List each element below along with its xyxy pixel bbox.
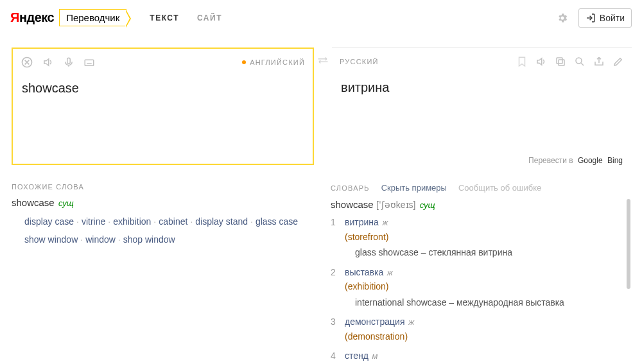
tab-text[interactable]: ТЕКСТ [150, 13, 179, 22]
translation-link[interactable]: стенд [345, 351, 369, 361]
source-lang-label: АНГЛИЙСКИЙ [250, 58, 305, 66]
report-link[interactable]: Сообщить об ошибке [458, 183, 541, 193]
synonym-link[interactable]: display case [24, 216, 74, 227]
svg-rect-1 [67, 58, 71, 64]
grammar-label: ж [406, 317, 415, 327]
source-toolbar: АНГЛИЙСКИЙ [13, 49, 313, 76]
target-panel: РУССКИЙ витрина Перевести в Google Bing [332, 48, 632, 165]
header-right: Войти [557, 8, 632, 28]
bookmark-icon[interactable] [516, 56, 528, 67]
synonym-link[interactable]: display stand [195, 216, 248, 227]
example: glass showcase – стеклянная витрина [345, 245, 620, 259]
source-panel: АНГЛИЙСКИЙ showcase [12, 48, 314, 165]
svg-rect-2 [85, 60, 94, 65]
sense-number: 2 [331, 265, 345, 310]
swap-icon[interactable] [317, 56, 329, 64]
synonyms-row-2: show window·window·shop window [12, 232, 313, 248]
similar-column: ПОХОЖИЕ СЛОВА showcase сущ display case·… [12, 174, 313, 364]
provider-label: Перевести в [528, 156, 573, 165]
mic-icon[interactable] [63, 56, 74, 68]
header-tabs: ТЕКСТ САЙТ [150, 13, 222, 22]
similar-pos: сущ [58, 198, 74, 208]
grammar-label: ж [385, 268, 393, 277]
synonym-link[interactable]: vitrine [82, 216, 105, 227]
login-button[interactable]: Войти [578, 8, 632, 28]
sense-item: 4стенд м(stand) [331, 349, 620, 364]
gear-icon[interactable] [557, 12, 568, 24]
brand-logo[interactable]: Яндекс [10, 10, 54, 25]
header: Яндекс Переводчик ТЕКСТ САЙТ Войти [0, 0, 642, 36]
sense-body: выставка ж(exhibition)international show… [345, 265, 620, 310]
source-body[interactable]: showcase [13, 76, 313, 153]
sense-number: 3 [331, 315, 345, 343]
speaker-icon[interactable] [535, 56, 547, 67]
separator: · [190, 216, 193, 227]
provider-bing-link[interactable]: Bing [607, 156, 623, 165]
keyboard-icon[interactable] [83, 56, 95, 68]
speaker-icon[interactable] [42, 56, 54, 68]
synonym-link[interactable]: glass case [256, 216, 298, 227]
detected-dot-icon [242, 60, 246, 64]
sense-number: 4 [331, 349, 345, 364]
dict-heading-label: СЛОВАРЬ [331, 184, 370, 192]
svg-point-5 [576, 58, 582, 64]
translation-link[interactable]: витрина [345, 217, 379, 227]
copy-icon[interactable] [555, 56, 566, 67]
gloss: (storefront) [345, 230, 620, 244]
dict-headword: showcase [ˈʃəʊkeɪs] сущ [331, 199, 620, 210]
sense-body: стенд м(stand) [345, 349, 620, 364]
target-lang-label[interactable]: РУССКИЙ [340, 58, 379, 65]
logo-group[interactable]: Яндекс Переводчик [10, 9, 126, 26]
sense-item: 1витрина ж(storefront)glass showcase – с… [331, 215, 620, 260]
separator: · [76, 216, 79, 227]
synonym-link[interactable]: window [85, 234, 116, 245]
login-label: Войти [600, 13, 625, 23]
separator: · [250, 216, 253, 227]
sense-list: 1витрина ж(storefront)glass showcase – с… [331, 215, 620, 364]
similar-heading-label: ПОХОЖИЕ СЛОВА [12, 183, 84, 191]
sense-number: 1 [331, 215, 345, 260]
login-icon [586, 13, 596, 23]
synonym-link[interactable]: cabinet [159, 216, 187, 227]
dict-body: showcase [ˈʃəʊkeɪs] сущ 1витрина ж(store… [331, 199, 632, 364]
gloss: (demonstration) [345, 329, 620, 343]
source-input[interactable]: showcase [22, 81, 304, 110]
gloss: (exhibition) [345, 279, 620, 293]
grammar-label: м [370, 351, 378, 361]
dict-header: СЛОВАРЬ Скрыть примеры Сообщить об ошибк… [331, 183, 632, 193]
dict-pron: [ˈʃəʊkeɪs] [376, 200, 416, 210]
sense-body: витрина ж(storefront)glass showcase – ст… [345, 215, 620, 260]
dictionary-column: СЛОВАРЬ Скрыть примеры Сообщить об ошибк… [331, 174, 632, 364]
provider-row: Перевести в Google Bing [332, 152, 632, 165]
translation-link[interactable]: демонстрация [345, 316, 405, 327]
translation-link[interactable]: выставка [345, 267, 383, 277]
lower-area: ПОХОЖИЕ СЛОВА showcase сущ display case·… [0, 171, 642, 364]
svg-rect-3 [559, 60, 564, 65]
sense-item: 3демонстрация ж(demonstration) [331, 315, 620, 343]
clear-icon[interactable] [21, 56, 33, 69]
synonym-link[interactable]: shop window [123, 234, 175, 245]
brand-rest: ндекс [19, 10, 54, 24]
source-lang-selector[interactable]: АНГЛИЙСКИЙ [242, 58, 305, 66]
sense-body: демонстрация ж(demonstration) [345, 315, 620, 343]
synonym-link[interactable]: exhibition [113, 216, 151, 227]
target-body: витрина [332, 75, 632, 152]
separator: · [80, 234, 83, 245]
share-icon[interactable] [593, 56, 605, 67]
synonym-link[interactable]: show window [24, 234, 78, 245]
edit-icon[interactable] [612, 56, 624, 67]
dict-word: showcase [331, 199, 374, 210]
provider-google-link[interactable]: Google [578, 156, 603, 165]
hide-examples-link[interactable]: Скрыть примеры [381, 183, 447, 193]
dict-pos-noun: сущ [420, 200, 435, 210]
target-output: витрина [341, 80, 389, 94]
synonyms-row-1: display case·vitrine·exhibition·cabinet·… [12, 214, 313, 230]
scrollbar[interactable] [627, 199, 630, 289]
svg-rect-4 [557, 58, 562, 64]
search-icon[interactable] [574, 56, 586, 67]
tab-site[interactable]: САЙТ [197, 13, 222, 22]
example: international showcase – международная в… [345, 295, 620, 309]
sense-item: 2выставка ж(exhibition)international sho… [331, 265, 620, 310]
translate-area: АНГЛИЙСКИЙ showcase РУССКИЙ витри [0, 36, 642, 171]
service-logo[interactable]: Переводчик [59, 9, 126, 26]
